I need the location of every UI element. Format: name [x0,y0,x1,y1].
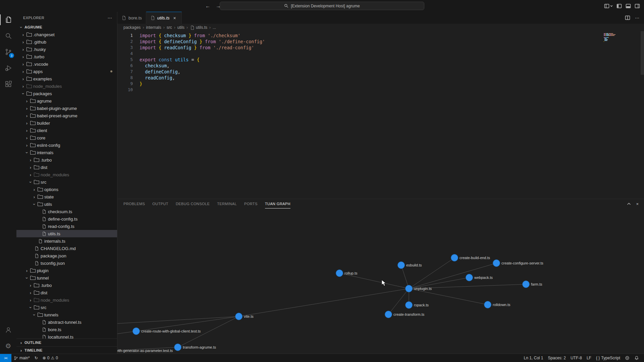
tree-item-tsconfig.json[interactable]: tsconfig.json [16,259,117,267]
tree-item-tunnel[interactable]: ›tunnel [16,274,117,282]
explorer-icon[interactable] [0,12,16,28]
git-branch-item[interactable]: main* [11,354,32,362]
tree-item-babel-plugin-agrume[interactable]: ›babel-plugin-agrume [16,105,117,112]
tree-item-CHANGELOG.md[interactable]: CHANGELOG.md [16,245,117,252]
search-sidebar-icon[interactable] [0,28,16,44]
language-mode-item[interactable]: { } TypeScript [594,354,623,362]
toggle-secondary-sidebar-icon[interactable] [635,3,640,9]
code-editor[interactable]: 1import { checksum } from './checksum'2i… [117,31,644,199]
tree-item-.husky[interactable]: ›.husky [16,46,117,53]
tree-item-.github[interactable]: ›.github [16,38,117,46]
command-center[interactable]: [Extension Development Host] agrume [220,2,424,10]
graph-node-create-build-end[interactable] [451,254,458,261]
encoding-item[interactable]: UTF-8 [568,354,584,362]
tree-item-tunnels[interactable]: ›tunnels [16,311,117,318]
code-line-5[interactable]: 5export const utils = { [117,57,644,63]
more-actions-icon[interactable]: ⋯ [635,15,639,20]
section-outline[interactable]: ›OUTLINE [16,339,117,346]
breadcrumb-item-internals[interactable]: internals [146,25,161,30]
toggle-primary-sidebar-icon[interactable] [616,3,622,9]
feedback-item[interactable] [623,354,632,362]
tree-item-client[interactable]: ›client [16,127,117,134]
tree-item-node_modules[interactable]: ›node_modules [16,82,117,90]
close-panel-icon[interactable]: × [636,201,639,206]
dependency-graph[interactable]: rollup.tsesbuild.tscreate-build-end.tscr… [117,208,644,354]
back-icon[interactable]: ← [205,3,210,9]
tree-item-src[interactable]: ›src [16,178,117,186]
tree-item-.turbo[interactable]: ›.turbo [16,53,117,60]
tree-item-apps[interactable]: ›apps [16,68,117,75]
editor-scrollbar[interactable] [641,31,644,75]
problems-item[interactable]: ⊗ 0 ⚠ 0 [40,354,60,362]
maximize-panel-icon[interactable] [627,201,631,206]
indentation-item[interactable]: Spaces: 2 [546,354,568,362]
graph-node-farm[interactable] [523,281,530,288]
tree-item-.turbo[interactable]: ›.turbo [16,282,117,289]
code-line-8[interactable]: 8 readConfig, [117,75,644,81]
tree-item-utils.ts[interactable]: utils.ts [16,230,117,237]
tree-item-packages[interactable]: ›packages [16,90,117,97]
extensions-icon[interactable] [0,76,16,92]
tree-item-internals.ts[interactable]: internals.ts [16,237,117,245]
tree-item-builder[interactable]: ›builder [16,119,117,127]
graph-node-create-transform[interactable] [385,311,392,318]
tree-item-bore.ts[interactable]: bore.ts [16,326,117,333]
account-icon[interactable] [0,322,16,338]
panel-tab-ports[interactable]: PORTS [244,199,258,208]
minimap[interactable] [604,33,622,43]
graph-node-rolldown[interactable] [484,301,491,308]
tree-item-.turbo[interactable]: ›.turbo [16,156,117,164]
tree-item-node_modules[interactable]: ›node_modules [16,171,117,178]
panel-tab-debug-console[interactable]: DEBUG CONSOLE [176,199,210,208]
tree-item-agrume[interactable]: ›agrume [16,97,117,105]
code-line-2[interactable]: 2import { defineConfig } from './define-… [117,39,644,45]
code-line-10[interactable]: 10 [117,87,644,93]
panel-tab-tuan-graph[interactable]: TUAN GRAPH [265,199,290,208]
tree-item-abstract-tunnel.ts[interactable]: abstract-tunnel.ts [16,318,117,326]
code-line-7[interactable]: 7 defineConfig, [117,69,644,75]
notifications-item[interactable] [632,354,641,362]
tree-item-plugin[interactable]: ›plugin [16,267,117,274]
breadcrumb-item-...[interactable]: ... [213,25,216,30]
tree-item-core[interactable]: ›core [16,134,117,141]
split-editor-icon[interactable] [625,15,630,20]
graph-node-unplugin[interactable] [406,285,413,292]
graph-node-rspack[interactable] [406,302,413,309]
sync-changes-item[interactable]: ↻ [32,354,40,362]
tree-item-options[interactable]: ›options [16,186,117,193]
code-line-9[interactable]: 9} [117,81,644,87]
graph-node-create-route[interactable] [133,328,140,335]
tree-item-read-config.ts[interactable]: read-config.ts [16,223,117,230]
toggle-panel-icon[interactable] [626,3,631,9]
graph-node-transform-agrume[interactable] [174,344,181,351]
code-line-3[interactable]: 3import { readConfig } from './read-conf… [117,45,644,51]
tree-item-package.json[interactable]: package.json [16,252,117,259]
panel-tab-terminal[interactable]: TERMINAL [217,199,237,208]
tab-bore.ts[interactable]: bore.ts [117,12,146,24]
tree-item-eslint-config[interactable]: ›eslint-config [16,141,117,149]
graph-node-rollup[interactable] [336,270,343,277]
breadcrumb-item-src[interactable]: src [167,25,172,30]
tree-item-checksum.ts[interactable]: checksum.ts [16,208,117,215]
customize-layout-icon[interactable] [604,3,613,9]
panel-tab-output[interactable]: OUTPUT [152,199,168,208]
tree-item-node_modules[interactable]: ›node_modules [16,296,117,304]
root-folder-row[interactable]: › AGRUME [16,23,117,31]
tree-item-state[interactable]: ›state [16,193,117,200]
source-control-icon[interactable]: 3 [0,44,16,60]
code-line-6[interactable]: 6 checksum, [117,63,644,69]
tree-item-.changeset[interactable]: ›.changeset [16,31,117,38]
graph-node-vite[interactable] [235,313,243,320]
cursor-position-item[interactable]: Ln 1, Col 1 [522,354,546,362]
tree-item-define-config.ts[interactable]: define-config.ts [16,215,117,223]
breadcrumb-item-utils.ts[interactable]: utils.ts [190,25,207,30]
tree-item-dist[interactable]: ›dist [16,164,117,171]
tree-item-examples[interactable]: ›examples [16,75,117,82]
settings-gear-icon[interactable]: ⚙ [0,338,16,354]
graph-node-create-configure-server[interactable] [493,260,500,267]
graph-node-esbuild[interactable] [398,262,405,269]
remote-indicator[interactable]: >< [0,354,11,362]
panel-tab-problems[interactable]: PROBLEMS [123,199,145,208]
tree-item-internals[interactable]: ›internals [16,149,117,156]
tree-item-dist[interactable]: ›dist [16,289,117,296]
